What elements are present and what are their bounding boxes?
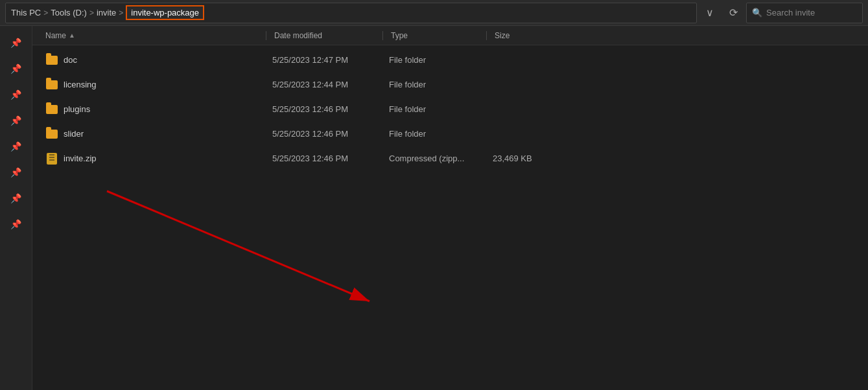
breadcrumb-this-pc[interactable]: This PC [11, 8, 41, 17]
file-type-invite-zip: Compressed (zipp... [381, 154, 485, 163]
chevron-down-button[interactable]: ∨ [699, 3, 720, 23]
file-type-licensing: File folder [381, 80, 485, 89]
sidebar-pin-8[interactable]: 📌 [5, 212, 28, 236]
file-row-invite-zip[interactable]: invite.zip 5/25/2023 12:46 PM Compressed… [32, 146, 868, 171]
sidebar-pin-1[interactable]: 📌 [5, 31, 28, 54]
sidebar-pin-6[interactable]: 📌 [5, 161, 28, 184]
sidebar-pin-3[interactable]: 📌 [5, 83, 28, 106]
col-header-type[interactable]: Type [382, 31, 486, 40]
folder-icon-licensing [45, 78, 58, 91]
file-size-invite-zip: 23,469 KB [485, 154, 563, 163]
file-name-doc: doc [64, 55, 264, 65]
column-headers: Name ▲ Date modified Type Size [32, 26, 868, 45]
file-name-licensing: licensing [64, 80, 264, 89]
folder-icon-plugins [45, 103, 58, 116]
sidebar-pin-7[interactable]: 📌 [5, 187, 28, 210]
col-header-size[interactable]: Size [486, 31, 564, 40]
breadcrumb-active-folder[interactable]: invite-wp-package [126, 5, 204, 20]
file-list: doc 5/25/2023 12:47 PM File folder licen… [32, 45, 868, 390]
breadcrumb-sep-1: > [43, 8, 48, 17]
file-type-slider: File folder [381, 129, 485, 139]
sidebar-pin-5[interactable]: 📌 [5, 135, 28, 158]
breadcrumb-tools-d[interactable]: Tools (D:) [51, 8, 87, 17]
zip-icon-invite [45, 152, 58, 165]
file-row-plugins[interactable]: plugins 5/25/2023 12:46 PM File folder [32, 97, 868, 122]
refresh-button[interactable]: ⟳ [723, 3, 744, 23]
search-icon: 🔍 [752, 8, 762, 17]
search-box[interactable]: 🔍 Search invite [746, 3, 863, 23]
file-date-plugins: 5/25/2023 12:46 PM [264, 104, 381, 114]
file-type-plugins: File folder [381, 104, 485, 114]
file-area: Name ▲ Date modified Type Size doc 5/25/… [32, 26, 868, 390]
file-date-invite-zip: 5/25/2023 12:46 PM [264, 154, 381, 163]
file-type-doc: File folder [381, 55, 485, 65]
file-name-plugins: plugins [64, 104, 264, 114]
sort-arrow-name: ▲ [69, 32, 75, 39]
breadcrumb-invite[interactable]: invite [97, 8, 116, 17]
file-row-slider[interactable]: slider 5/25/2023 12:46 PM File folder [32, 122, 868, 146]
main-layout: 📌 📌 📌 📌 📌 📌 📌 📌 Name ▲ Date modified Typ… [0, 26, 868, 390]
breadcrumb-sep-2: > [89, 8, 94, 17]
sidebar-pin-2[interactable]: 📌 [5, 57, 28, 80]
col-header-date[interactable]: Date modified [266, 31, 382, 40]
file-date-slider: 5/25/2023 12:46 PM [264, 129, 381, 139]
folder-icon-doc [45, 54, 58, 67]
address-bar: This PC > Tools (D:) > invite > invite-w… [0, 0, 868, 26]
sidebar: 📌 📌 📌 📌 📌 📌 📌 📌 [0, 26, 32, 390]
file-date-doc: 5/25/2023 12:47 PM [264, 55, 381, 65]
search-placeholder-text: Search invite [766, 8, 815, 17]
file-name-invite-zip: invite.zip [64, 154, 264, 163]
sidebar-pin-4[interactable]: 📌 [5, 109, 28, 132]
file-name-slider: slider [64, 129, 264, 139]
col-header-name[interactable]: Name ▲ [45, 31, 266, 40]
breadcrumb[interactable]: This PC > Tools (D:) > invite > invite-w… [5, 3, 697, 23]
file-row-licensing[interactable]: licensing 5/25/2023 12:44 PM File folder [32, 73, 868, 97]
breadcrumb-sep-3: > [119, 8, 123, 17]
file-date-licensing: 5/25/2023 12:44 PM [264, 80, 381, 89]
file-row-doc[interactable]: doc 5/25/2023 12:47 PM File folder [32, 48, 868, 73]
folder-icon-slider [45, 128, 58, 141]
